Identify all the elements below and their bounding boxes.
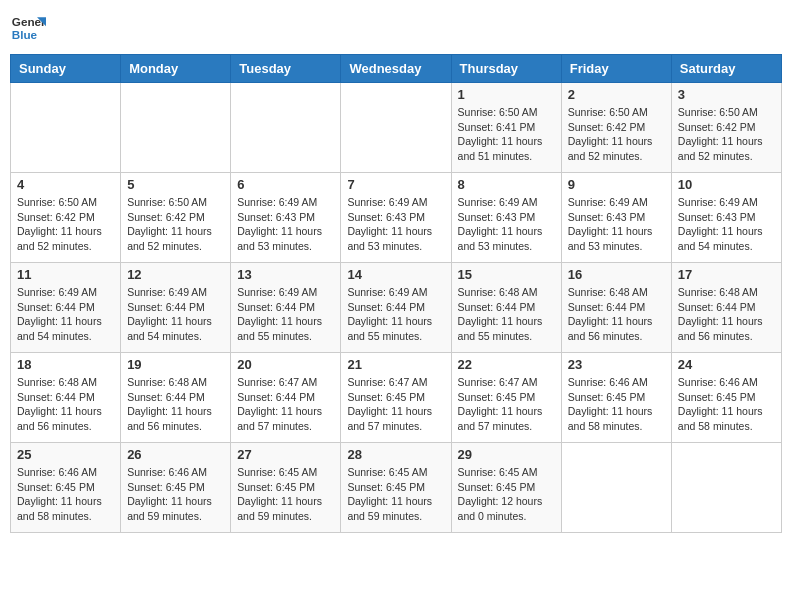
- day-info: Sunrise: 6:46 AMSunset: 6:45 PMDaylight:…: [678, 375, 775, 434]
- day-of-week-header: Wednesday: [341, 55, 451, 83]
- calendar-day-cell: 18Sunrise: 6:48 AMSunset: 6:44 PMDayligh…: [11, 353, 121, 443]
- calendar-week-row: 11Sunrise: 6:49 AMSunset: 6:44 PMDayligh…: [11, 263, 782, 353]
- calendar-day-cell: 6Sunrise: 6:49 AMSunset: 6:43 PMDaylight…: [231, 173, 341, 263]
- calendar-day-cell: 24Sunrise: 6:46 AMSunset: 6:45 PMDayligh…: [671, 353, 781, 443]
- day-info: Sunrise: 6:46 AMSunset: 6:45 PMDaylight:…: [127, 465, 224, 524]
- day-number: 25: [17, 447, 114, 462]
- calendar-day-cell: 22Sunrise: 6:47 AMSunset: 6:45 PMDayligh…: [451, 353, 561, 443]
- day-info: Sunrise: 6:47 AMSunset: 6:44 PMDaylight:…: [237, 375, 334, 434]
- day-number: 16: [568, 267, 665, 282]
- calendar-day-cell: 25Sunrise: 6:46 AMSunset: 6:45 PMDayligh…: [11, 443, 121, 533]
- calendar-day-cell: 26Sunrise: 6:46 AMSunset: 6:45 PMDayligh…: [121, 443, 231, 533]
- day-number: 10: [678, 177, 775, 192]
- day-info: Sunrise: 6:49 AMSunset: 6:43 PMDaylight:…: [568, 195, 665, 254]
- day-number: 13: [237, 267, 334, 282]
- day-number: 7: [347, 177, 444, 192]
- calendar-week-row: 18Sunrise: 6:48 AMSunset: 6:44 PMDayligh…: [11, 353, 782, 443]
- day-of-week-header: Monday: [121, 55, 231, 83]
- day-info: Sunrise: 6:45 AMSunset: 6:45 PMDaylight:…: [237, 465, 334, 524]
- svg-text:Blue: Blue: [12, 28, 38, 41]
- calendar-day-cell: 3Sunrise: 6:50 AMSunset: 6:42 PMDaylight…: [671, 83, 781, 173]
- day-info: Sunrise: 6:48 AMSunset: 6:44 PMDaylight:…: [678, 285, 775, 344]
- day-number: 11: [17, 267, 114, 282]
- calendar-day-cell: 29Sunrise: 6:45 AMSunset: 6:45 PMDayligh…: [451, 443, 561, 533]
- day-info: Sunrise: 6:50 AMSunset: 6:42 PMDaylight:…: [127, 195, 224, 254]
- day-info: Sunrise: 6:46 AMSunset: 6:45 PMDaylight:…: [17, 465, 114, 524]
- day-info: Sunrise: 6:47 AMSunset: 6:45 PMDaylight:…: [458, 375, 555, 434]
- calendar-day-cell: 8Sunrise: 6:49 AMSunset: 6:43 PMDaylight…: [451, 173, 561, 263]
- calendar-day-cell: 17Sunrise: 6:48 AMSunset: 6:44 PMDayligh…: [671, 263, 781, 353]
- calendar-day-cell: 20Sunrise: 6:47 AMSunset: 6:44 PMDayligh…: [231, 353, 341, 443]
- day-info: Sunrise: 6:49 AMSunset: 6:43 PMDaylight:…: [237, 195, 334, 254]
- day-number: 18: [17, 357, 114, 372]
- calendar-day-cell: 21Sunrise: 6:47 AMSunset: 6:45 PMDayligh…: [341, 353, 451, 443]
- calendar-table: SundayMondayTuesdayWednesdayThursdayFrid…: [10, 54, 782, 533]
- calendar-day-cell: 4Sunrise: 6:50 AMSunset: 6:42 PMDaylight…: [11, 173, 121, 263]
- calendar-day-cell: 10Sunrise: 6:49 AMSunset: 6:43 PMDayligh…: [671, 173, 781, 263]
- calendar-header-row: SundayMondayTuesdayWednesdayThursdayFrid…: [11, 55, 782, 83]
- day-number: 22: [458, 357, 555, 372]
- day-info: Sunrise: 6:49 AMSunset: 6:44 PMDaylight:…: [237, 285, 334, 344]
- day-number: 5: [127, 177, 224, 192]
- day-number: 23: [568, 357, 665, 372]
- day-info: Sunrise: 6:50 AMSunset: 6:42 PMDaylight:…: [17, 195, 114, 254]
- day-info: Sunrise: 6:50 AMSunset: 6:42 PMDaylight:…: [678, 105, 775, 164]
- calendar-day-cell: 27Sunrise: 6:45 AMSunset: 6:45 PMDayligh…: [231, 443, 341, 533]
- day-number: 6: [237, 177, 334, 192]
- calendar-day-cell: 13Sunrise: 6:49 AMSunset: 6:44 PMDayligh…: [231, 263, 341, 353]
- calendar-day-cell: 12Sunrise: 6:49 AMSunset: 6:44 PMDayligh…: [121, 263, 231, 353]
- day-of-week-header: Friday: [561, 55, 671, 83]
- day-number: 28: [347, 447, 444, 462]
- calendar-day-cell: [561, 443, 671, 533]
- day-number: 21: [347, 357, 444, 372]
- day-number: 9: [568, 177, 665, 192]
- day-number: 29: [458, 447, 555, 462]
- calendar-day-cell: [121, 83, 231, 173]
- calendar-day-cell: 14Sunrise: 6:49 AMSunset: 6:44 PMDayligh…: [341, 263, 451, 353]
- calendar-week-row: 1Sunrise: 6:50 AMSunset: 6:41 PMDaylight…: [11, 83, 782, 173]
- day-info: Sunrise: 6:49 AMSunset: 6:43 PMDaylight:…: [678, 195, 775, 254]
- calendar-day-cell: 15Sunrise: 6:48 AMSunset: 6:44 PMDayligh…: [451, 263, 561, 353]
- day-info: Sunrise: 6:49 AMSunset: 6:43 PMDaylight:…: [347, 195, 444, 254]
- day-info: Sunrise: 6:49 AMSunset: 6:44 PMDaylight:…: [127, 285, 224, 344]
- calendar-day-cell: 9Sunrise: 6:49 AMSunset: 6:43 PMDaylight…: [561, 173, 671, 263]
- calendar-day-cell: 2Sunrise: 6:50 AMSunset: 6:42 PMDaylight…: [561, 83, 671, 173]
- day-info: Sunrise: 6:48 AMSunset: 6:44 PMDaylight:…: [127, 375, 224, 434]
- day-info: Sunrise: 6:46 AMSunset: 6:45 PMDaylight:…: [568, 375, 665, 434]
- day-number: 3: [678, 87, 775, 102]
- day-info: Sunrise: 6:48 AMSunset: 6:44 PMDaylight:…: [458, 285, 555, 344]
- day-info: Sunrise: 6:49 AMSunset: 6:43 PMDaylight:…: [458, 195, 555, 254]
- day-info: Sunrise: 6:45 AMSunset: 6:45 PMDaylight:…: [347, 465, 444, 524]
- day-number: 19: [127, 357, 224, 372]
- header: General Blue: [10, 10, 782, 46]
- day-of-week-header: Saturday: [671, 55, 781, 83]
- calendar-week-row: 25Sunrise: 6:46 AMSunset: 6:45 PMDayligh…: [11, 443, 782, 533]
- calendar-week-row: 4Sunrise: 6:50 AMSunset: 6:42 PMDaylight…: [11, 173, 782, 263]
- calendar-day-cell: [341, 83, 451, 173]
- svg-text:General: General: [12, 15, 46, 28]
- calendar-day-cell: 23Sunrise: 6:46 AMSunset: 6:45 PMDayligh…: [561, 353, 671, 443]
- calendar-day-cell: 19Sunrise: 6:48 AMSunset: 6:44 PMDayligh…: [121, 353, 231, 443]
- calendar-day-cell: 28Sunrise: 6:45 AMSunset: 6:45 PMDayligh…: [341, 443, 451, 533]
- day-number: 24: [678, 357, 775, 372]
- calendar-day-cell: 7Sunrise: 6:49 AMSunset: 6:43 PMDaylight…: [341, 173, 451, 263]
- logo: General Blue: [10, 10, 46, 46]
- day-number: 20: [237, 357, 334, 372]
- day-info: Sunrise: 6:49 AMSunset: 6:44 PMDaylight:…: [17, 285, 114, 344]
- day-number: 4: [17, 177, 114, 192]
- day-number: 12: [127, 267, 224, 282]
- calendar-day-cell: [671, 443, 781, 533]
- day-of-week-header: Thursday: [451, 55, 561, 83]
- day-number: 26: [127, 447, 224, 462]
- day-of-week-header: Tuesday: [231, 55, 341, 83]
- calendar-day-cell: 16Sunrise: 6:48 AMSunset: 6:44 PMDayligh…: [561, 263, 671, 353]
- day-info: Sunrise: 6:48 AMSunset: 6:44 PMDaylight:…: [568, 285, 665, 344]
- calendar-day-cell: 1Sunrise: 6:50 AMSunset: 6:41 PMDaylight…: [451, 83, 561, 173]
- day-info: Sunrise: 6:50 AMSunset: 6:42 PMDaylight:…: [568, 105, 665, 164]
- day-number: 1: [458, 87, 555, 102]
- calendar-day-cell: [11, 83, 121, 173]
- day-info: Sunrise: 6:47 AMSunset: 6:45 PMDaylight:…: [347, 375, 444, 434]
- day-of-week-header: Sunday: [11, 55, 121, 83]
- day-number: 8: [458, 177, 555, 192]
- logo-icon: General Blue: [10, 10, 46, 46]
